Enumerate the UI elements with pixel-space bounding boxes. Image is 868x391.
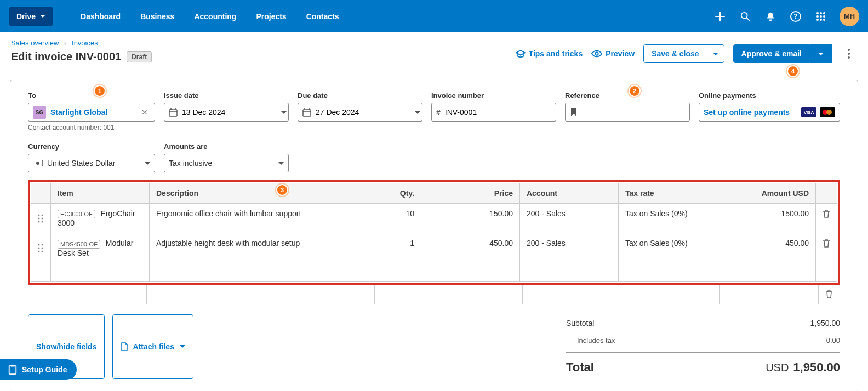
clear-icon[interactable]: ✕	[139, 108, 150, 117]
svg-point-25	[42, 221, 43, 222]
delete-row-button[interactable]	[816, 233, 837, 263]
svg-point-10	[820, 19, 822, 21]
cell-tax[interactable]: Tax on Sales (0%)	[619, 233, 717, 263]
overflow-menu[interactable]	[841, 45, 857, 62]
due-date-field[interactable]	[298, 103, 422, 122]
includes-tax-label: Includes tax	[577, 336, 615, 344]
total-currency: USD	[766, 361, 789, 373]
approve-email-button[interactable]: Approve & email	[733, 44, 810, 63]
save-close-dropdown[interactable]	[707, 44, 724, 63]
preview-link[interactable]: Preview	[591, 49, 635, 58]
search-icon[interactable]	[739, 10, 752, 23]
svg-point-30	[38, 250, 40, 252]
tips-link[interactable]: Tips and tricks	[516, 49, 583, 58]
drag-handle[interactable]	[31, 233, 51, 263]
org-switcher[interactable]: Drive	[9, 7, 53, 26]
file-icon	[121, 342, 128, 351]
drag-handle[interactable]	[31, 204, 51, 233]
amounts-are-field[interactable]: Tax inclusive	[164, 154, 289, 173]
svg-point-26	[38, 244, 40, 245]
coach-mark-4[interactable]: 4	[787, 65, 799, 77]
contact-link[interactable]: Starlight Global	[50, 108, 139, 117]
svg-rect-33	[10, 365, 14, 367]
cell-amount[interactable]: 450.00	[717, 233, 816, 263]
delete-row-button[interactable]	[816, 204, 837, 233]
nav-business[interactable]: Business	[130, 12, 184, 21]
coach-mark-3[interactable]: 3	[276, 184, 288, 196]
cell-price[interactable]: 150.00	[421, 204, 520, 233]
help-icon[interactable]: ?	[789, 10, 802, 23]
col-amount: Amount USD	[717, 183, 816, 204]
cell-desc[interactable]: Adjustable height desk with modular setu…	[150, 233, 372, 263]
breadcrumb-invoices[interactable]: Invoices	[72, 39, 98, 47]
bell-icon[interactable]	[764, 10, 777, 23]
top-nav: Drive Dashboard Business Accounting Proj…	[0, 0, 868, 32]
due-date-input[interactable]	[316, 108, 412, 117]
save-close-button[interactable]: Save & close	[643, 44, 707, 63]
caret-down-icon	[40, 15, 45, 18]
col-desc: Description	[150, 183, 372, 204]
attach-files-button[interactable]: Attach files	[112, 314, 193, 379]
svg-point-21	[42, 214, 43, 216]
reference-label: Reference	[565, 91, 690, 100]
table-row[interactable]: EC3000-OF ErgoChair 3000 Ergonomic offic…	[31, 204, 837, 233]
svg-point-27	[42, 244, 43, 245]
svg-point-7	[820, 15, 822, 18]
cell-account[interactable]: 200 - Sales	[520, 233, 619, 263]
mastercard-badge	[820, 107, 835, 117]
to-field[interactable]: SG Starlight Global ✕	[28, 103, 155, 122]
cell-desc[interactable]: Ergonomic office chair with lumbar suppo…	[150, 204, 372, 233]
cell-item[interactable]: MDS4500-OF Modular Desk Set	[51, 233, 150, 263]
org-name: Drive	[16, 12, 36, 21]
table-row[interactable]: MDS4500-OF Modular Desk Set Adjustable h…	[31, 233, 837, 263]
invoice-number-label: Invoice number	[431, 91, 556, 100]
avatar[interactable]: MH	[840, 7, 859, 26]
currency-field[interactable]: United States Dollar	[28, 154, 155, 173]
coach-mark-2[interactable]: 2	[629, 85, 641, 97]
invoice-number-field[interactable]: #	[431, 103, 556, 122]
coach-mark-1[interactable]: 1	[94, 85, 106, 97]
due-date-label: Due date	[298, 91, 422, 100]
nav-projects[interactable]: Projects	[246, 12, 296, 21]
col-account: Account	[520, 183, 619, 204]
col-tax: Tax rate	[619, 183, 717, 204]
item-code: MDS4500-OF	[58, 240, 100, 249]
reference-input[interactable]	[582, 108, 685, 117]
subtotal-label: Subtotal	[566, 319, 594, 327]
add-icon[interactable]	[713, 10, 727, 23]
nav-accounting[interactable]: Accounting	[184, 12, 246, 21]
approve-dropdown[interactable]	[810, 44, 832, 63]
nav-right: ? MH	[713, 7, 859, 26]
apps-icon[interactable]	[814, 10, 827, 23]
svg-point-24	[38, 221, 40, 222]
hash-icon: #	[436, 108, 441, 117]
nav-dashboard[interactable]: Dashboard	[71, 12, 130, 21]
caret-down-icon	[415, 111, 420, 114]
delete-row-button[interactable]	[819, 284, 840, 304]
cell-item[interactable]: EC3000-OF ErgoChair 3000	[51, 204, 150, 233]
reference-field[interactable]	[565, 103, 690, 122]
cell-qty[interactable]: 10	[372, 204, 421, 233]
issue-date-field[interactable]	[164, 103, 289, 122]
empty-line-row[interactable]	[31, 263, 837, 281]
cell-price[interactable]: 450.00	[421, 233, 520, 263]
issue-date-input[interactable]	[182, 108, 278, 117]
cell-tax[interactable]: Tax on Sales (0%)	[619, 204, 717, 233]
calendar-icon	[169, 108, 178, 117]
breadcrumb-sales[interactable]: Sales overview	[11, 39, 59, 47]
caret-down-icon	[180, 345, 185, 348]
setup-guide-button[interactable]: Setup Guide	[0, 359, 77, 380]
svg-point-31	[42, 250, 43, 252]
subtotal-value: 1,950.00	[810, 319, 841, 327]
cell-amount[interactable]: 1500.00	[717, 204, 816, 233]
online-payments-button[interactable]: Set up online payments VISA	[699, 103, 840, 122]
svg-point-22	[38, 217, 40, 219]
approve-group: Approve & email 4	[733, 44, 832, 63]
nav-contacts[interactable]: Contacts	[296, 12, 349, 21]
cell-account[interactable]: 200 - Sales	[520, 204, 619, 233]
contact-avatar: SG	[33, 106, 46, 119]
cell-qty[interactable]: 1	[372, 233, 421, 263]
svg-point-4	[820, 12, 822, 14]
invoice-number-input[interactable]	[445, 108, 551, 117]
empty-line-row[interactable]	[28, 284, 840, 304]
